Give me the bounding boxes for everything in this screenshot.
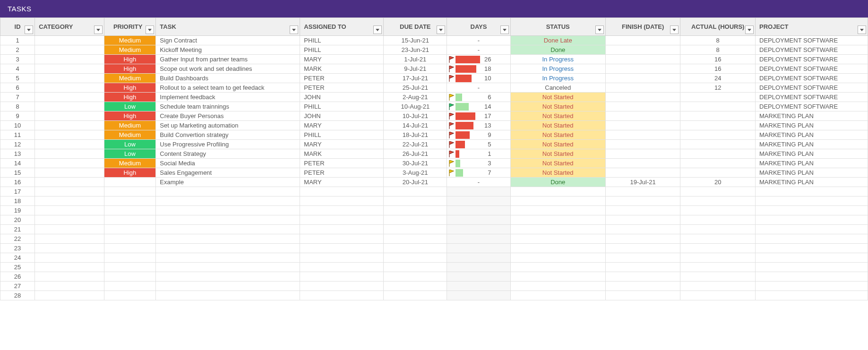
- cell-status[interactable]: Not Started: [510, 149, 605, 159]
- cell-empty[interactable]: [300, 272, 384, 282]
- table-row-empty[interactable]: 18: [0, 196, 868, 206]
- cell-empty[interactable]: [680, 234, 756, 244]
- cell-actual-hours[interactable]: 16: [680, 64, 756, 74]
- cell-days[interactable]: 26: [447, 55, 510, 64]
- cell-empty[interactable]: [300, 282, 384, 291]
- cell-assigned[interactable]: PHILL: [300, 130, 384, 140]
- cell-priority[interactable]: High: [104, 83, 156, 93]
- filter-dropdown-icon[interactable]: [437, 26, 445, 34]
- cell-task[interactable]: Rollout to a select team to get feedack: [156, 83, 300, 93]
- cell-empty[interactable]: [35, 215, 104, 225]
- filter-dropdown-icon[interactable]: [373, 26, 382, 34]
- cell-category[interactable]: [35, 140, 104, 149]
- cell-due-date[interactable]: 26-Jul-21: [384, 149, 447, 159]
- cell-actual-hours[interactable]: [680, 93, 756, 102]
- cell-empty[interactable]: [35, 263, 104, 272]
- cell-empty[interactable]: [35, 187, 104, 196]
- table-row[interactable]: 10MediumSet up Marketing automationMARY1…: [0, 121, 868, 130]
- cell-empty[interactable]: [605, 282, 680, 291]
- cell-category[interactable]: [35, 36, 104, 45]
- cell-status[interactable]: In Progress: [510, 74, 605, 83]
- cell-empty[interactable]: [35, 253, 104, 263]
- cell-task[interactable]: Content Strategy: [156, 149, 300, 159]
- table-row-empty[interactable]: 19: [0, 206, 868, 215]
- cell-empty[interactable]: [510, 206, 605, 215]
- cell-due-date[interactable]: 17-Jul-21: [384, 74, 447, 83]
- cell-category[interactable]: [35, 121, 104, 130]
- cell-days[interactable]: 10: [447, 74, 510, 83]
- cell-status[interactable]: Not Started: [510, 93, 605, 102]
- cell-project[interactable]: MARKETING PLAN: [756, 140, 868, 149]
- cell-empty[interactable]: [104, 196, 156, 206]
- cell-empty[interactable]: [35, 225, 104, 234]
- cell-category[interactable]: [35, 111, 104, 121]
- cell-category[interactable]: [35, 159, 104, 168]
- cell-id[interactable]: 11: [0, 130, 35, 140]
- cell-empty[interactable]: [605, 244, 680, 253]
- cell-empty[interactable]: [300, 206, 384, 215]
- cell-assigned[interactable]: MARY: [300, 55, 384, 64]
- cell-empty[interactable]: [156, 253, 300, 263]
- table-row-empty[interactable]: 25: [0, 263, 868, 272]
- cell-task[interactable]: Sales Engagement: [156, 168, 300, 178]
- cell-project[interactable]: DEPLOYMENT SOFTWARE: [756, 74, 868, 83]
- cell-id[interactable]: 17: [0, 187, 35, 196]
- cell-priority[interactable]: Medium: [104, 130, 156, 140]
- table-row[interactable]: 1MediumSign ContractPHILL15-Jun-21-Done …: [0, 36, 868, 45]
- cell-assigned[interactable]: PETER: [300, 74, 384, 83]
- cell-empty[interactable]: [680, 253, 756, 263]
- cell-empty[interactable]: [510, 282, 605, 291]
- cell-id[interactable]: 18: [0, 196, 35, 206]
- cell-days[interactable]: [447, 282, 510, 291]
- cell-empty[interactable]: [35, 206, 104, 215]
- cell-empty[interactable]: [605, 272, 680, 282]
- cell-id[interactable]: 8: [0, 102, 35, 111]
- cell-task[interactable]: Create Buyer Personas: [156, 111, 300, 121]
- cell-task[interactable]: Gather Input from partner teams: [156, 55, 300, 64]
- cell-category[interactable]: [35, 93, 104, 102]
- cell-category[interactable]: [35, 64, 104, 74]
- cell-empty[interactable]: [300, 244, 384, 253]
- cell-empty[interactable]: [300, 187, 384, 196]
- cell-empty[interactable]: [680, 215, 756, 225]
- cell-status[interactable]: Done Late: [510, 36, 605, 45]
- cell-priority[interactable]: High: [104, 64, 156, 74]
- cell-days[interactable]: -: [447, 83, 510, 93]
- cell-empty[interactable]: [35, 272, 104, 282]
- cell-empty[interactable]: [35, 196, 104, 206]
- cell-id[interactable]: 14: [0, 159, 35, 168]
- cell-empty[interactable]: [104, 244, 156, 253]
- cell-finish-date[interactable]: [605, 111, 680, 121]
- cell-empty[interactable]: [35, 244, 104, 253]
- cell-empty[interactable]: [605, 225, 680, 234]
- cell-days[interactable]: 17: [447, 111, 510, 121]
- cell-actual-hours[interactable]: 24: [680, 74, 756, 83]
- cell-project[interactable]: DEPLOYMENT SOFTWARE: [756, 83, 868, 93]
- cell-project[interactable]: DEPLOYMENT SOFTWARE: [756, 64, 868, 74]
- table-row[interactable]: 16ExampleMARY20-Jul-21-Done19-Jul-2120MA…: [0, 178, 868, 187]
- cell-category[interactable]: [35, 178, 104, 187]
- table-row-empty[interactable]: 20: [0, 215, 868, 225]
- cell-empty[interactable]: [35, 234, 104, 244]
- cell-empty[interactable]: [104, 234, 156, 244]
- cell-id[interactable]: 26: [0, 272, 35, 282]
- cell-assigned[interactable]: MARY: [300, 121, 384, 130]
- cell-days[interactable]: 5: [447, 140, 510, 149]
- cell-finish-date[interactable]: [605, 121, 680, 130]
- cell-task[interactable]: Social Media: [156, 159, 300, 168]
- cell-days[interactable]: -: [447, 178, 510, 187]
- table-row-empty[interactable]: 28: [0, 291, 868, 300]
- table-row[interactable]: 4HighScope out work and set deadlinesMAR…: [0, 64, 868, 74]
- cell-id[interactable]: 24: [0, 253, 35, 263]
- cell-actual-hours[interactable]: 20: [680, 178, 756, 187]
- cell-empty[interactable]: [300, 234, 384, 244]
- cell-empty[interactable]: [384, 234, 447, 244]
- cell-due-date[interactable]: 22-Jul-21: [384, 140, 447, 149]
- cell-empty[interactable]: [384, 206, 447, 215]
- filter-dropdown-icon[interactable]: [670, 26, 679, 34]
- cell-task[interactable]: Set up Marketing automation: [156, 121, 300, 130]
- cell-empty[interactable]: [384, 187, 447, 196]
- cell-id[interactable]: 28: [0, 291, 35, 300]
- cell-task[interactable]: Use Progressive Profiling: [156, 140, 300, 149]
- table-row[interactable]: 5MediumBuild DashboardsPETER17-Jul-2110I…: [0, 74, 868, 83]
